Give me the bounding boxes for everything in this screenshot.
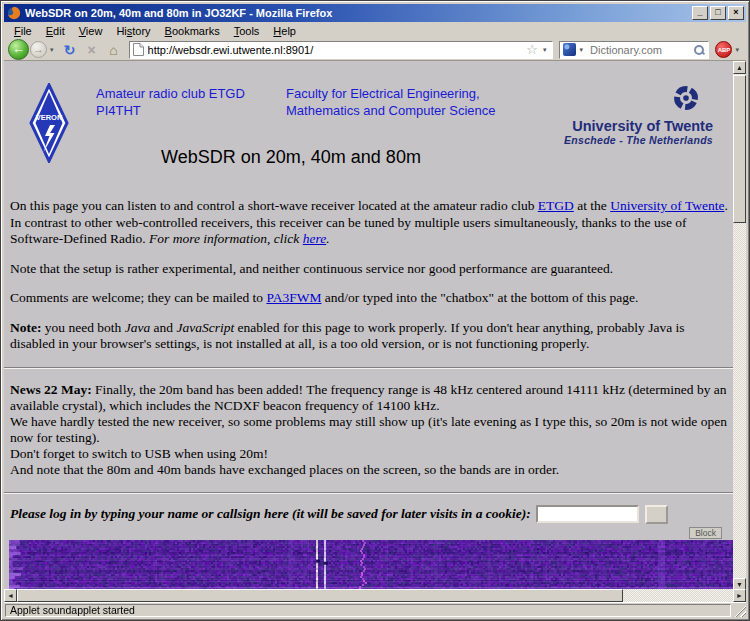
page-header: VERON Amateur radio club ETGD PI4THT Fac… <box>10 83 729 185</box>
divider <box>4 492 735 494</box>
search-icon[interactable] <box>693 44 705 56</box>
login-submit-button[interactable] <box>645 505 668 524</box>
stop-button[interactable]: × <box>83 42 101 58</box>
websdr-page: VERON Amateur radio club ETGD PI4THT Fac… <box>4 83 735 591</box>
vertical-scrollbar-thumb[interactable] <box>733 75 746 223</box>
horizontal-scrollbar[interactable]: ◄ ► <box>4 589 746 602</box>
url-bar[interactable]: ☆ ▾ <box>129 41 554 59</box>
home-button[interactable]: ⌂ <box>105 42 123 58</box>
back-icon: ← <box>12 41 25 56</box>
menu-item-tools[interactable]: Tools <box>227 24 267 38</box>
page-icon <box>133 43 144 56</box>
window-title: WebSDR on 20m, 40m and 80m in JO32KF - M… <box>25 7 690 19</box>
menu-item-history[interactable]: History <box>109 24 157 38</box>
ut-name: University of Twente <box>564 118 713 134</box>
divider <box>4 367 735 369</box>
link-here[interactable]: here <box>303 231 327 246</box>
forward-button[interactable]: → <box>30 41 47 58</box>
search-engine-icon[interactable] <box>563 43 576 56</box>
close-button[interactable]: × <box>728 6 744 20</box>
callsign-input[interactable] <box>536 505 639 523</box>
veron-label: VERON <box>36 113 63 122</box>
vertical-scrollbar[interactable]: ▲ ▼ <box>733 61 746 591</box>
menu-item-help[interactable]: Help <box>266 24 303 38</box>
link-university-of-twente[interactable]: University of Twente <box>610 198 724 213</box>
history-dropdown-icon[interactable]: ▾ <box>47 46 57 54</box>
adblock-block-tab[interactable]: Block <box>689 527 722 539</box>
waterfall-applet-region: Block 35803590360036103620 Block <box>9 540 735 591</box>
horizontal-scrollbar-thumb[interactable] <box>17 589 623 602</box>
search-input[interactable] <box>586 44 693 56</box>
scroll-left-button[interactable]: ◄ <box>4 589 17 602</box>
scroll-right-button[interactable]: ► <box>733 589 746 602</box>
browser-viewport: VERON Amateur radio club ETGD PI4THT Fac… <box>4 61 735 591</box>
ut-logo-icon <box>673 85 699 111</box>
menu-item-bookmarks[interactable]: Bookmarks <box>158 24 227 38</box>
reload-button[interactable]: ↻ <box>61 42 79 58</box>
waterfall-80m-canvas[interactable] <box>9 540 735 591</box>
url-dropdown-icon[interactable]: ▾ <box>540 46 550 54</box>
faculty-name: Faculty for Electrical Engineering, Math… <box>286 85 496 119</box>
page-title: WebSDR on 20m, 40m and 80m <box>10 147 572 168</box>
ut-subtitle: Enschede - The Netherlands <box>564 134 713 146</box>
comments-paragraph: Comments are welcome; they can be mailed… <box>10 290 729 307</box>
club-name: Amateur radio club ETGD PI4THT <box>96 85 245 119</box>
forward-icon: → <box>33 43 44 55</box>
status-bar: Applet soundapplet started <box>4 602 746 617</box>
link-pa3fwm[interactable]: PA3FWM <box>266 290 321 305</box>
engine-dropdown-icon[interactable]: ▾ <box>576 46 586 54</box>
menu-item-file[interactable]: File <box>7 24 39 38</box>
minimize-button[interactable]: _ <box>692 6 708 20</box>
back-button[interactable]: ← <box>8 39 29 60</box>
bookmark-star-icon[interactable]: ☆ <box>524 43 540 56</box>
scroll-up-button[interactable]: ▲ <box>733 61 746 74</box>
link-etgd[interactable]: ETGD <box>538 198 574 213</box>
url-input[interactable] <box>144 44 525 56</box>
title-bar: WebSDR on 20m, 40m and 80m in JO32KF - M… <box>4 4 746 22</box>
intro-paragraph: On this page you can listen to and contr… <box>10 198 729 248</box>
menu-bar: File Edit View History Bookmarks Tools H… <box>4 22 746 39</box>
maximize-button[interactable]: □ <box>710 6 726 20</box>
menu-item-view[interactable]: View <box>72 24 110 38</box>
resize-grip-icon[interactable] <box>733 604 746 617</box>
firefox-window: WebSDR on 20m, 40m and 80m in JO32KF - M… <box>0 0 750 621</box>
adblock-icon: ABP <box>718 47 731 53</box>
search-box[interactable]: ▾ <box>559 41 709 59</box>
java-note-paragraph: Note: you need both Java and JavaScript … <box>10 320 729 353</box>
menu-item-edit[interactable]: Edit <box>39 24 72 38</box>
adblock-dropdown-icon[interactable]: ▾ <box>732 46 742 54</box>
firefox-logo-icon <box>7 6 21 20</box>
navigation-toolbar: ← → ▾ ↻ × ⌂ ☆ ▾ ▾ ABP ▾ <box>4 39 746 61</box>
login-label: Please log in by typing your name or cal… <box>10 506 531 521</box>
status-text: Applet soundapplet started <box>5 604 731 617</box>
experimental-paragraph: Note that the setup is rather experiment… <box>10 261 729 278</box>
university-logo: University of Twente Enschede - The Neth… <box>564 85 713 146</box>
login-row: Please log in by typing your name or cal… <box>10 504 729 524</box>
adblock-button[interactable]: ABP <box>715 41 732 58</box>
